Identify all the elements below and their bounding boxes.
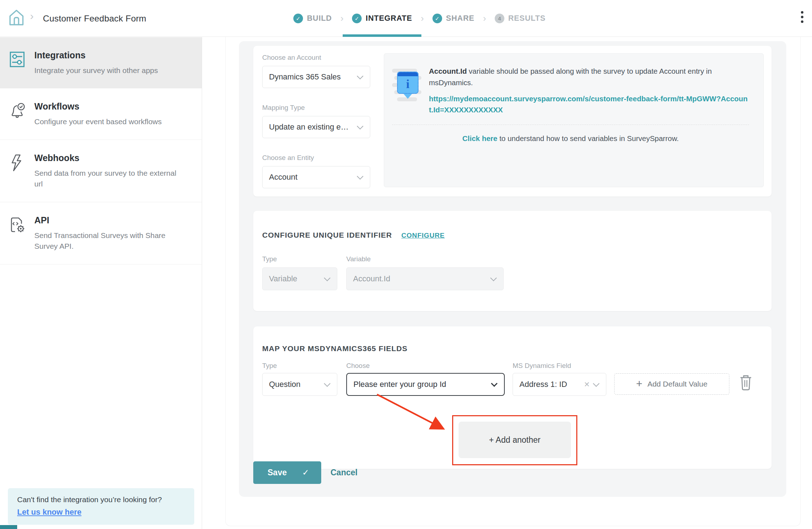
mapping-row-choose-label: Choose <box>346 362 370 370</box>
chevron-down-icon <box>357 173 363 179</box>
red-annotation-arrow <box>372 391 451 435</box>
tab-results[interactable]: 4 RESULTS <box>494 0 546 37</box>
sidebar-item-title: Integrations <box>34 50 186 60</box>
account-select[interactable]: Dynamics 365 Sales <box>262 66 370 88</box>
chevron-down-icon <box>324 275 330 281</box>
entity-select-value: Account <box>269 173 298 182</box>
choose-account-label: Choose an Account <box>262 54 321 62</box>
mapping-row-type-label: Type <box>262 362 277 370</box>
plus-icon: + <box>636 378 642 390</box>
breadcrumb-page-title: Customer Feedback Form <box>43 0 146 37</box>
click-here-link[interactable]: Click here <box>462 134 497 142</box>
chevron-down-icon <box>357 73 363 79</box>
step-number-badge: 4 <box>495 14 504 23</box>
mapping-type-select[interactable]: Update an existing e… <box>262 116 370 138</box>
sidebar-item-webhooks[interactable]: Webhooks Send data from your survey to t… <box>0 140 202 202</box>
trash-icon[interactable] <box>739 374 753 392</box>
check-icon: ✓ <box>302 468 309 477</box>
clear-x-icon[interactable]: ✕ <box>584 380 595 389</box>
breadcrumb-chevron-icon: › <box>30 10 34 22</box>
mapping-type-question-value: Question <box>269 380 300 389</box>
add-another-button[interactable]: + Add another <box>459 422 571 458</box>
configure-link[interactable]: CONFIGURE <box>401 232 445 239</box>
integrate-tab-underline <box>343 34 421 37</box>
let-us-know-link[interactable]: Let us know here <box>17 508 82 516</box>
save-button[interactable]: Save ✓ <box>253 461 321 484</box>
tab-share[interactable]: ✓ SHARE <box>432 0 475 37</box>
add-default-value-button[interactable]: + Add Default Value <box>614 373 729 395</box>
info-variable-name: Account.Id <box>429 67 467 75</box>
ms-dynamics-field-select[interactable]: Address 1: ID ✕ <box>513 373 606 396</box>
chevron-down-icon <box>491 380 497 387</box>
chevron-down-icon <box>324 380 330 387</box>
bell-check-icon <box>9 102 26 119</box>
check-icon: ✓ <box>293 14 303 23</box>
stepper-chevron-icon: › <box>483 13 486 24</box>
field-mapping-heading: MAP YOUR MSDYNAMICS365 FIELDS <box>262 344 407 353</box>
info-bubble-icon: i <box>392 67 423 105</box>
code-doc-gear-icon <box>9 216 26 233</box>
ms-dynamics-field-label: MS Dynamics Field <box>513 362 571 370</box>
save-button-label: Save <box>268 468 287 477</box>
kebab-menu-icon[interactable] <box>801 11 803 23</box>
entity-select[interactable]: Account <box>262 166 370 188</box>
help-text: Can't find the integration you’re lookin… <box>17 495 185 504</box>
account-select-value: Dynamics 365 Sales <box>269 72 341 82</box>
sidebar-item-subtitle: Configure your event based workflows <box>34 116 186 127</box>
integration-sidebar: Integrations Integrate your survey with … <box>0 37 202 529</box>
mapping-type-select-value: Update an existing e… <box>269 122 349 132</box>
variable-info-box: i Account.Id variable should be passed a… <box>384 53 764 187</box>
survey-stepper: ✓ BUILD › ✓ INTEGRATE › ✓ SHARE › 4 RESU… <box>293 0 546 37</box>
chevron-down-icon <box>490 275 497 281</box>
app-window: › Customer Feedback Form ✓ BUILD › ✓ INT… <box>0 0 812 529</box>
identifier-type-value: Variable <box>269 274 297 283</box>
top-header: › Customer Feedback Form ✓ BUILD › ✓ INT… <box>0 0 812 37</box>
check-icon: ✓ <box>432 14 442 23</box>
chevron-down-icon <box>357 123 363 129</box>
mapping-type-label: Mapping Type <box>262 104 305 112</box>
identifier-type-select: Variable <box>262 267 337 290</box>
sidebar-item-workflows[interactable]: Workflows Configure your event based wor… <box>0 88 202 140</box>
sidebar-item-subtitle: Integrate your survey with other apps <box>34 65 186 76</box>
unique-identifier-card <box>253 211 772 311</box>
integration-help-box: Can't find the integration you’re lookin… <box>8 488 194 525</box>
sidebar-item-subtitle: Send data from your survey to the extern… <box>34 168 186 190</box>
info-divider <box>392 125 749 125</box>
sliders-icon <box>9 51 26 68</box>
stepper-chevron-icon: › <box>421 13 424 24</box>
choose-entity-label: Choose an Entity <box>262 154 314 162</box>
sidebar-item-api[interactable]: API Send Transactional Surveys with Shar… <box>0 202 202 264</box>
bottom-corner-widget <box>0 525 17 529</box>
identifier-type-label: Type <box>262 255 277 263</box>
ms-dynamics-field-value: Address 1: ID <box>519 380 567 389</box>
cancel-button[interactable]: Cancel <box>331 461 357 484</box>
identifier-variable-label: Variable <box>346 255 371 263</box>
tab-integrate[interactable]: ✓ INTEGRATE <box>351 0 413 37</box>
unique-identifier-heading: CONFIGURE UNIQUE IDENTIFIERCONFIGURE <box>262 231 445 239</box>
home-icon[interactable] <box>9 9 24 28</box>
info-description: Account.Id variable should be passed alo… <box>429 65 749 89</box>
stepper-chevron-icon: › <box>341 13 344 24</box>
sidebar-item-title: Workflows <box>34 101 186 112</box>
choose-question-value: Please enter your group Id <box>353 380 446 389</box>
sidebar-item-subtitle: Send Transactional Surveys with Share Su… <box>34 230 186 252</box>
sidebar-item-title: Webhooks <box>34 153 186 163</box>
check-icon: ✓ <box>352 14 362 23</box>
identifier-variable-select: Account.Id <box>346 267 504 290</box>
survey-url-link[interactable]: https://mydemoaccount.surveysparrow.com/… <box>429 93 749 116</box>
info-help-line: Click here to understand how to send var… <box>392 134 749 143</box>
sidebar-item-title: API <box>34 215 186 225</box>
mapping-type-question-select[interactable]: Question <box>262 373 337 396</box>
tab-build[interactable]: ✓ BUILD <box>293 0 333 37</box>
sidebar-item-integrations[interactable]: Integrations Integrate your survey with … <box>0 37 202 88</box>
lightning-icon <box>9 154 26 171</box>
identifier-variable-value: Account.Id <box>353 274 390 283</box>
